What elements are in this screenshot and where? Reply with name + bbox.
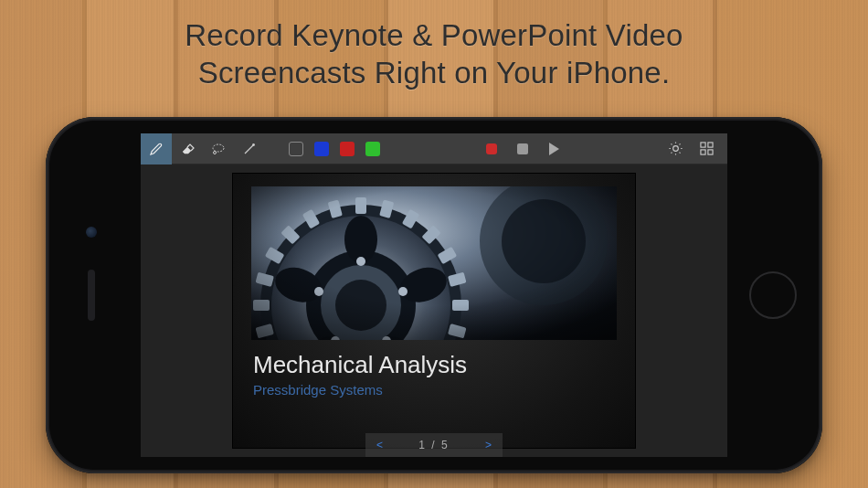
toolbar <box>141 133 727 164</box>
slide-canvas[interactable]: Mechanical Analysis Pressbridge Systems … <box>141 164 727 457</box>
drawing-tools <box>141 133 265 164</box>
lasso-tool[interactable] <box>203 133 234 164</box>
svg-rect-7 <box>707 150 712 154</box>
svg-rect-4 <box>700 143 704 147</box>
stop-icon <box>517 143 528 154</box>
svg-point-3 <box>252 143 255 146</box>
color-red[interactable] <box>340 142 355 156</box>
app-screen: Mechanical Analysis Pressbridge Systems … <box>141 133 727 457</box>
headline-line-1: Record Keynote & PowerPoint Video <box>185 18 683 52</box>
phone-camera <box>86 227 97 238</box>
phone-frame: Mechanical Analysis Pressbridge Systems … <box>46 117 822 473</box>
grid-icon <box>700 142 714 155</box>
settings-button[interactable] <box>660 133 691 164</box>
slide-subtitle: Pressbridge Systems <box>253 382 383 398</box>
svg-line-2 <box>245 145 253 154</box>
home-button[interactable] <box>749 271 797 319</box>
slide-image <box>251 186 617 340</box>
color-blue[interactable] <box>314 142 329 156</box>
play-button[interactable] <box>538 133 569 164</box>
pointer-icon <box>242 142 257 156</box>
current-slide: Mechanical Analysis Pressbridge Systems <box>233 174 635 448</box>
color-green[interactable] <box>365 142 380 156</box>
playback-controls <box>476 133 569 164</box>
slide-title: Mechanical Analysis <box>253 351 467 379</box>
svg-rect-5 <box>707 143 712 147</box>
gear-icon <box>668 141 683 156</box>
pencil-icon <box>149 142 164 156</box>
prev-slide-button[interactable]: < <box>376 439 383 451</box>
headline-line-2: Screencasts Right on Your iPhone. <box>198 56 671 90</box>
next-slide-button[interactable]: > <box>485 439 492 451</box>
color-black[interactable] <box>289 142 303 156</box>
stop-button[interactable] <box>507 133 538 164</box>
lasso-icon <box>210 142 227 156</box>
utility-tools <box>660 133 722 164</box>
svg-point-1 <box>214 151 217 154</box>
pencil-tool[interactable] <box>141 133 172 164</box>
svg-rect-27 <box>251 186 617 340</box>
promo-headline: Record Keynote & PowerPoint Video Screen… <box>0 16 868 92</box>
eraser-tool[interactable] <box>172 133 203 164</box>
svg-point-0 <box>213 144 224 152</box>
play-icon <box>549 143 559 155</box>
slide-counter: 1 / 5 <box>418 439 449 451</box>
grid-button[interactable] <box>691 133 722 164</box>
record-button[interactable] <box>476 133 507 164</box>
svg-rect-6 <box>700 150 704 154</box>
pointer-tool[interactable] <box>234 133 265 164</box>
phone-speaker <box>88 270 95 321</box>
eraser-icon <box>180 142 195 156</box>
color-palette <box>283 133 386 164</box>
record-icon <box>486 143 497 154</box>
slide-pager: < 1 / 5 > <box>365 433 503 457</box>
